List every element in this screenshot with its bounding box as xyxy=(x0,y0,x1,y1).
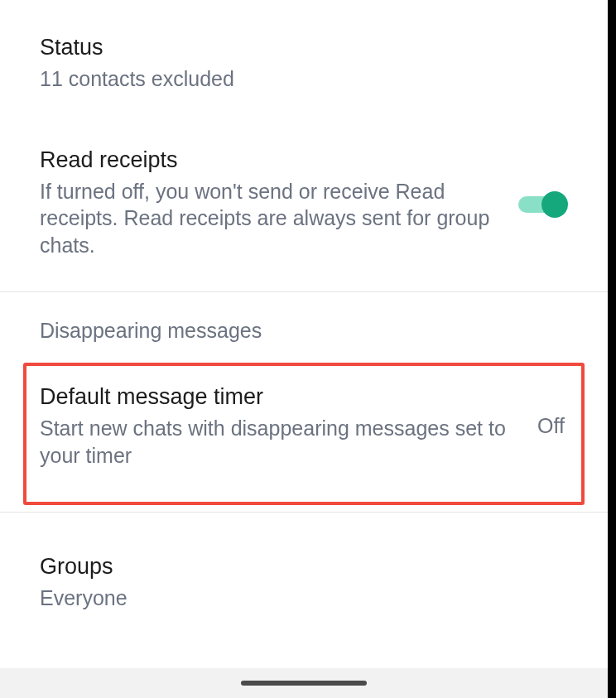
read-receipts-toggle[interactable] xyxy=(518,191,568,218)
read-receipts-subtitle: If turned off, you won't send or receive… xyxy=(40,178,502,259)
read-receipts-title: Read receipts xyxy=(40,146,502,175)
default-timer-value: Off xyxy=(537,414,565,438)
groups-setting[interactable]: Groups Everyone xyxy=(0,513,608,645)
toggle-thumb xyxy=(541,191,568,218)
right-edge-frame xyxy=(608,0,616,698)
status-subtitle: 11 contacts excluded xyxy=(40,65,551,93)
status-setting[interactable]: Status 11 contacts excluded xyxy=(0,0,608,123)
groups-subtitle: Everyone xyxy=(40,585,551,612)
default-timer-title: Default message timer xyxy=(40,383,521,412)
default-timer-setting[interactable]: Default message timer Start new chats wi… xyxy=(26,366,581,502)
status-title: Status xyxy=(40,33,551,62)
bottom-bar-area xyxy=(0,668,608,698)
read-receipts-text-block: Read receipts If turned off, you won't s… xyxy=(40,146,518,259)
default-timer-subtitle: Start new chats with disappearing messag… xyxy=(40,415,521,469)
status-text-block: Status 11 contacts excluded xyxy=(40,33,568,93)
disappearing-section-header: Disappearing messages xyxy=(0,292,608,356)
highlight-annotation: Default message timer Start new chats wi… xyxy=(23,363,585,505)
default-timer-text-block: Default message timer Start new chats wi… xyxy=(40,383,537,469)
read-receipts-setting[interactable]: Read receipts If turned off, you won't s… xyxy=(0,123,608,292)
groups-text-block: Groups Everyone xyxy=(40,552,568,612)
groups-title: Groups xyxy=(40,552,551,581)
home-indicator[interactable] xyxy=(241,681,367,686)
